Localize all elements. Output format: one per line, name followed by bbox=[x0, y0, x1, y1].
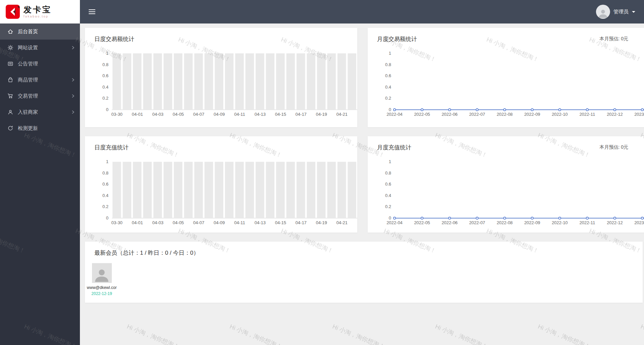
svg-text:04-11: 04-11 bbox=[234, 220, 245, 225]
card-title: 月度充值统计 bbox=[377, 144, 411, 151]
svg-text:0: 0 bbox=[389, 215, 391, 220]
latest-members-card: 最新会员（总计：1 / 昨日：0 / 今日：0） www@dkewl.cor 2… bbox=[85, 242, 643, 303]
svg-text:04-13: 04-13 bbox=[255, 112, 266, 117]
svg-text:04-05: 04-05 bbox=[173, 112, 184, 117]
svg-text:0.2: 0.2 bbox=[102, 96, 108, 101]
sidebar-item-label: 公告管理 bbox=[18, 61, 38, 67]
daily-trade-card: 日度交易额统计 00.20.40.60.8103-3004-0104-0304-… bbox=[85, 28, 357, 127]
svg-text:1: 1 bbox=[389, 159, 391, 164]
svg-text:0.6: 0.6 bbox=[102, 182, 108, 187]
refresh-icon bbox=[7, 125, 13, 131]
svg-text:04-15: 04-15 bbox=[275, 220, 286, 225]
chevron-right-icon bbox=[72, 110, 75, 114]
member-item[interactable]: www@dkewl.cor 2022-12-19 bbox=[87, 263, 117, 296]
svg-text:2022-06: 2022-06 bbox=[442, 220, 458, 225]
svg-text:0.2: 0.2 bbox=[385, 96, 391, 101]
svg-text:04-17: 04-17 bbox=[295, 112, 307, 117]
monthly-trade-card: 月度交易额统计 本月预估: 0元 00.20.40.60.812022-0420… bbox=[368, 28, 644, 127]
sidebar-item-home[interactable]: 后台首页 bbox=[0, 23, 80, 40]
svg-text:0.8: 0.8 bbox=[102, 170, 108, 176]
cart-icon bbox=[7, 93, 13, 99]
svg-text:0.8: 0.8 bbox=[385, 170, 391, 176]
svg-text:0.6: 0.6 bbox=[385, 73, 391, 78]
svg-text:0.4: 0.4 bbox=[102, 193, 108, 198]
sidebar: 发卡宝 fakabao.top 后台首页 网站设置 公告管理 bbox=[0, 0, 80, 345]
user-icon bbox=[7, 109, 13, 115]
svg-text:04-01: 04-01 bbox=[132, 112, 143, 117]
member-join-date[interactable]: 2022-12-19 bbox=[87, 291, 117, 296]
person-silhouette-icon bbox=[93, 266, 110, 283]
svg-text:04-19: 04-19 bbox=[316, 220, 327, 225]
sidebar-item-products[interactable]: 商品管理 bbox=[0, 72, 80, 88]
svg-text:0.8: 0.8 bbox=[385, 62, 391, 67]
svg-text:0.4: 0.4 bbox=[385, 193, 391, 198]
svg-text:2022-08: 2022-08 bbox=[497, 112, 513, 117]
sidebar-item-label: 交易管理 bbox=[18, 93, 38, 99]
sidebar-item-label: 商品管理 bbox=[18, 77, 38, 83]
main-content: 日度交易额统计 00.20.40.60.8103-3004-0104-0304-… bbox=[80, 23, 644, 303]
sidebar-item-check-update[interactable]: 检测更新 bbox=[0, 120, 80, 136]
user-menu[interactable]: 管理员 bbox=[596, 5, 635, 19]
menu-toggle-button[interactable] bbox=[89, 8, 95, 15]
svg-text:03-30: 03-30 bbox=[111, 112, 123, 117]
user-name: 管理员 bbox=[613, 9, 629, 15]
svg-text:2022-05: 2022-05 bbox=[414, 112, 430, 117]
svg-text:04-01: 04-01 bbox=[132, 220, 143, 225]
sidebar-item-transactions[interactable]: 交易管理 bbox=[0, 88, 80, 104]
svg-text:0: 0 bbox=[106, 107, 108, 112]
svg-text:2022-09: 2022-09 bbox=[524, 112, 540, 117]
svg-text:04-03: 04-03 bbox=[152, 220, 163, 225]
svg-text:04-21: 04-21 bbox=[336, 112, 348, 117]
topbar: 管理员 bbox=[80, 0, 644, 23]
watermark-text: Hi 小淘，淘你想淘！ bbox=[331, 323, 386, 345]
person-silhouette-icon bbox=[597, 7, 609, 19]
brand-logo-icon bbox=[5, 4, 20, 19]
svg-text:04-09: 04-09 bbox=[214, 220, 225, 225]
monthly-recharge-chart: 00.20.40.60.812022-042022-052022-062022-… bbox=[368, 155, 644, 229]
chevron-right-icon bbox=[72, 46, 75, 49]
svg-text:2022-04: 2022-04 bbox=[386, 220, 403, 225]
svg-text:04-07: 04-07 bbox=[193, 112, 204, 117]
svg-text:04-15: 04-15 bbox=[275, 112, 286, 117]
card-title: 日度充值统计 bbox=[94, 144, 129, 151]
svg-text:04-19: 04-19 bbox=[316, 112, 327, 117]
sidebar-item-label: 后台首页 bbox=[18, 29, 38, 35]
svg-text:04-03: 04-03 bbox=[152, 112, 163, 117]
bag-icon bbox=[7, 77, 13, 83]
user-avatar bbox=[596, 5, 610, 19]
svg-text:1: 1 bbox=[106, 159, 108, 164]
member-name: www@dkewl.cor bbox=[87, 285, 117, 290]
sidebar-item-site-settings[interactable]: 网站设置 bbox=[0, 40, 80, 56]
svg-text:0.6: 0.6 bbox=[102, 73, 108, 78]
monthly-recharge-card: 月度充值统计 本月预估: 0元 00.20.40.60.812022-04202… bbox=[368, 136, 644, 233]
svg-text:2022-04: 2022-04 bbox=[386, 112, 403, 117]
brand-logo[interactable]: 发卡宝 fakabao.top bbox=[0, 0, 80, 23]
sidebar-menu: 后台首页 网站设置 公告管理 商品管理 交 bbox=[0, 23, 80, 136]
watermark-text: Hi 小淘，淘你想淘！ bbox=[640, 323, 644, 345]
svg-text:2022-05: 2022-05 bbox=[414, 220, 430, 225]
charts-row-1: 日度交易额统计 00.20.40.60.8103-3004-0104-0304-… bbox=[85, 28, 644, 127]
svg-text:0.8: 0.8 bbox=[102, 62, 108, 67]
monthly-trade-chart: 00.20.40.60.812022-042022-052022-062022-… bbox=[368, 47, 644, 120]
svg-text:2022-06: 2022-06 bbox=[442, 112, 458, 117]
chevron-right-icon bbox=[72, 94, 75, 98]
watermark-text: Hi 小淘，淘你想淘！ bbox=[126, 323, 181, 345]
brand-domain: fakabao.top bbox=[24, 15, 52, 18]
svg-text:2022-11: 2022-11 bbox=[580, 220, 595, 225]
daily-recharge-chart: 00.20.40.60.8103-3004-0104-0304-0504-070… bbox=[85, 155, 357, 229]
svg-text:0: 0 bbox=[389, 107, 391, 112]
sidebar-item-label: 检测更新 bbox=[18, 125, 38, 132]
chevron-right-icon bbox=[72, 78, 75, 82]
svg-text:04-17: 04-17 bbox=[295, 220, 307, 225]
svg-text:0.4: 0.4 bbox=[102, 85, 108, 90]
home-icon bbox=[7, 29, 13, 35]
monthly-estimate: 本月预估: 0元 bbox=[599, 36, 628, 42]
svg-text:2023-01: 2023-01 bbox=[634, 112, 644, 117]
sidebar-item-announcements[interactable]: 公告管理 bbox=[0, 56, 80, 72]
svg-text:0: 0 bbox=[106, 215, 108, 220]
svg-text:2022-10: 2022-10 bbox=[552, 112, 568, 117]
charts-row-2: 日度充值统计 00.20.40.60.8103-3004-0104-0304-0… bbox=[85, 136, 644, 233]
card-title: 日度交易额统计 bbox=[94, 35, 134, 43]
svg-text:2022-10: 2022-10 bbox=[552, 220, 568, 225]
sidebar-item-merchants[interactable]: 入驻商家 bbox=[0, 104, 80, 120]
